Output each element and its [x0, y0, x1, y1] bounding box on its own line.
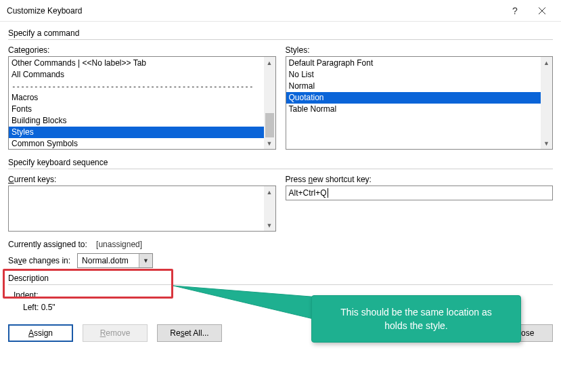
save-changes-combo[interactable]: Normal.dotm ▼ — [77, 253, 153, 268]
currently-assigned-row: Currently assigned to: [unassigned] — [8, 240, 553, 249]
scrollbar[interactable]: ▲ ▼ — [541, 57, 552, 149]
list-item[interactable]: Default Paragraph Font — [286, 58, 541, 69]
list-item[interactable]: ----------------------------------------… — [9, 81, 264, 92]
scroll-thumb[interactable] — [265, 113, 274, 137]
scroll-down-icon[interactable]: ▼ — [264, 219, 275, 231]
scroll-up-icon[interactable]: ▲ — [264, 57, 275, 68]
press-new-shortcut-label: Press new shortcut key: — [286, 175, 554, 184]
current-keys-label: Current keys: — [8, 175, 276, 184]
close-window-button[interactable] — [529, 0, 556, 22]
title-bar: Customize Keyboard ? — [0, 0, 561, 22]
styles-listbox[interactable]: Default Paragraph Font No List Normal Qu… — [286, 56, 554, 150]
list-item[interactable]: Macros — [9, 92, 264, 104]
scroll-up-icon[interactable]: ▲ — [541, 57, 552, 68]
chevron-down-icon[interactable]: ▼ — [139, 254, 152, 267]
remove-button[interactable]: Remove — [83, 324, 148, 342]
list-item[interactable]: Styles — [9, 127, 264, 138]
callout-text: holds the style. — [324, 319, 508, 332]
divider — [8, 39, 553, 40]
scroll-down-icon[interactable]: ▼ — [541, 137, 552, 149]
new-shortcut-value: Alt+Ctrl+Q — [289, 188, 327, 198]
list-item[interactable]: Table Normal — [286, 104, 541, 115]
assign-button[interactable]: Assign — [8, 324, 73, 342]
scroll-up-icon[interactable]: ▲ — [264, 186, 275, 198]
list-item[interactable]: All Commands — [9, 69, 264, 81]
list-item[interactable]: Other Commands | <<No label>> Tab — [9, 58, 264, 69]
currently-assigned-label: Currently assigned to: — [8, 240, 87, 249]
list-item[interactable]: No List — [286, 69, 541, 81]
categories-label: Categories: — [8, 45, 276, 55]
currently-assigned-value: [unassigned] — [96, 240, 142, 249]
reset-all-button[interactable]: Reset All... — [157, 324, 222, 342]
current-keys-listbox[interactable]: ▲ ▼ — [8, 186, 276, 232]
text-caret — [328, 188, 328, 198]
scrollbar[interactable]: ▲ ▼ — [264, 57, 275, 149]
list-item[interactable]: Common Symbols — [9, 138, 264, 149]
window-title: Customize Keyboard — [7, 6, 501, 16]
scroll-down-icon[interactable]: ▼ — [264, 137, 275, 149]
new-shortcut-input[interactable]: Alt+Ctrl+Q — [286, 186, 554, 200]
list-item[interactable]: Fonts — [9, 104, 264, 115]
callout-text: This should be the same location as — [324, 305, 508, 319]
list-item[interactable]: Building Blocks — [9, 115, 264, 127]
categories-listbox[interactable]: Other Commands | <<No label>> Tab All Co… — [8, 56, 276, 150]
list-item[interactable]: Normal — [286, 81, 541, 92]
close-icon — [539, 7, 545, 14]
specify-command-label: Specify a command — [8, 28, 553, 38]
callout-box: This should be the same location as hold… — [311, 295, 521, 343]
save-changes-value: Normal.dotm — [78, 256, 139, 265]
save-changes-label: Save changes in: — [8, 256, 70, 265]
list-item[interactable]: Quotation — [286, 92, 541, 104]
scrollbar[interactable]: ▲ ▼ — [264, 186, 275, 231]
divider — [8, 169, 553, 169]
description-label: Description — [8, 274, 553, 283]
specify-sequence-label: Specify keyboard sequence — [8, 158, 553, 167]
divider — [8, 284, 553, 285]
styles-label: Styles: — [286, 45, 554, 55]
help-button[interactable]: ? — [501, 0, 529, 22]
